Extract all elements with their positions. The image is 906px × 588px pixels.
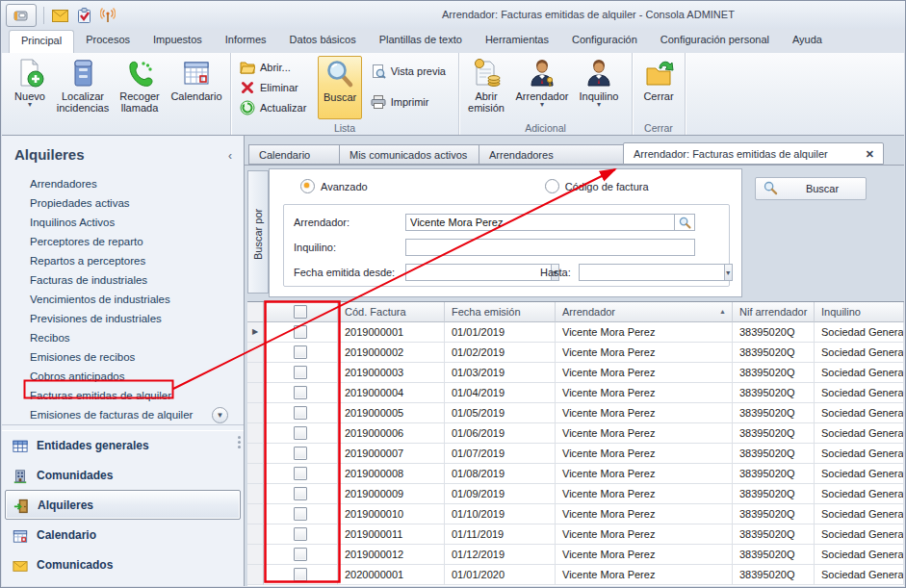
sidebar-item-arrendadores[interactable]: Arrendadores <box>2 174 244 193</box>
column-header-fecha-emision[interactable]: Fecha emisión <box>445 302 556 322</box>
sidebar-item-emisiones-de-recibos[interactable]: Emisiones de recibos <box>2 347 244 367</box>
row-checkbox[interactable] <box>294 568 307 581</box>
sidebar-item-emisiones-de-facturas-de-alquiler[interactable]: Emisiones de facturas de alquiler▼ <box>2 405 244 424</box>
row-checkbox[interactable] <box>294 345 307 359</box>
ribbon-tab-ayuda[interactable]: Ayuda <box>781 29 834 53</box>
row-indicator-cell <box>247 565 264 585</box>
column-header-inquilino[interactable]: Inquilino <box>815 302 904 322</box>
document-tab-arrendadores[interactable]: Arrendadores <box>479 144 624 165</box>
ribbon-tab-plantillas-de-texto[interactable]: Plantillas de texto <box>368 29 474 53</box>
table-row[interactable]: 201900000901/09/2019Vicente Mora Perez38… <box>247 484 904 504</box>
recoger-llamada-button[interactable]: Recoger llamada <box>113 56 167 117</box>
table-row[interactable]: 201900000501/05/2019Vicente Mora Perez38… <box>247 403 904 423</box>
sidebar-nav-alquileres[interactable]: Alquileres <box>5 490 241 520</box>
table-row[interactable]: 202000000101/01/2020Vicente Mora Perez38… <box>247 565 904 585</box>
table-row[interactable]: 201900000801/08/2019Vicente Mora Perez38… <box>247 464 904 484</box>
overflow-chevron-icon[interactable]: ▼ <box>212 407 228 423</box>
ribbon-tab-datos-basicos[interactable]: Datos básicos <box>278 29 368 53</box>
sidebar-item-cobros-anticipados[interactable]: Cobros anticipados <box>2 367 244 386</box>
row-checkbox[interactable] <box>294 447 307 460</box>
calendario-button[interactable]: Calendario <box>167 56 226 117</box>
document-tab-mis-comunicados-activos[interactable]: Mis comunicados activos <box>339 144 479 165</box>
document-tab-calendario[interactable]: Calendario <box>248 144 340 165</box>
broadcast-antenna-icon[interactable] <box>99 7 116 24</box>
row-checkbox[interactable] <box>294 366 307 379</box>
row-checkbox[interactable] <box>294 527 307 541</box>
sidebar-collapse-icon[interactable]: ‹ <box>228 149 232 163</box>
table-row[interactable]: 201900000601/06/2019Vicente Mora Perez38… <box>247 423 904 444</box>
abrir-button[interactable]: Abrir... <box>237 57 318 77</box>
sidebar-item-recibos[interactable]: Recibos <box>2 328 244 347</box>
inquilino-button[interactable]: Inquilino ▾ <box>573 56 625 117</box>
row-checkbox[interactable] <box>294 548 307 561</box>
localizar-incidencias-button[interactable]: Localizar incidencias <box>53 56 113 117</box>
vista-previa-button[interactable]: Vista previa <box>368 61 458 81</box>
row-checkbox[interactable] <box>294 487 307 500</box>
ribbon-tab-configuracion[interactable]: Configuración <box>560 29 649 53</box>
buscar-ribbon-button[interactable]: Buscar <box>318 56 361 119</box>
ribbon-tab-informes[interactable]: Informes <box>214 29 278 53</box>
table-row[interactable]: 201900001101/11/2019Vicente Mora Perez38… <box>247 524 904 545</box>
hasta-combo[interactable]: ▼ <box>579 264 704 281</box>
eliminar-button[interactable]: Eliminar <box>237 77 318 97</box>
sidebar-item-inquilinos-activos[interactable]: Inquilinos Activos <box>2 213 244 232</box>
chevron-down-icon: ▾ <box>597 102 601 108</box>
column-header-nif-arrendador[interactable]: Nif arrendador <box>733 302 815 322</box>
row-checkbox[interactable] <box>294 386 307 399</box>
row-checkbox[interactable] <box>294 406 307 420</box>
ribbon-tab-principal[interactable]: Principal <box>9 30 74 54</box>
select-all-header-cell[interactable] <box>264 302 338 322</box>
row-checkbox[interactable] <box>294 426 307 440</box>
chevron-down-icon[interactable]: ▼ <box>724 264 733 281</box>
hasta-input[interactable] <box>579 264 724 281</box>
nuevo-button[interactable]: Nuevo ▾ <box>7 56 53 117</box>
radio-avanzado[interactable]: Avanzado <box>300 179 368 193</box>
row-checkbox[interactable] <box>294 467 307 480</box>
cerrar-button[interactable]: Cerrar <box>635 56 682 117</box>
abrir-emision-button[interactable]: Abrir emisión <box>461 56 511 117</box>
inquilino-input[interactable] <box>405 239 695 256</box>
arrendador-button[interactable]: Arrendador ▾ <box>511 56 573 117</box>
sidebar-item-vencimientos-de-industriales[interactable]: Vencimientos de industriales <box>2 290 244 309</box>
mail-icon[interactable] <box>51 7 68 24</box>
close-tab-icon[interactable]: ✕ <box>866 148 874 164</box>
sidebar-item-repartos-a-perceptores[interactable]: Repartos a perceptores <box>2 251 244 270</box>
actualizar-button[interactable]: Actualizar <box>237 97 318 117</box>
column-header-cod-factura[interactable]: Cód. Factura <box>338 302 445 322</box>
column-header-arrendador[interactable]: Arrendador▲ <box>556 302 733 322</box>
arrendador-lookup-button[interactable] <box>674 214 695 231</box>
buscar-por-vertical-tab[interactable]: Buscar por <box>247 170 269 294</box>
table-row[interactable]: 201900001001/10/2019Vicente Mora Perez38… <box>247 504 904 524</box>
sidebar-item-previsiones-de-industriales[interactable]: Previsiones de industriales <box>2 309 244 328</box>
table-row[interactable]: 201900000301/03/2019Vicente Mora Perez38… <box>247 363 904 383</box>
radio-codigo-de-factura[interactable]: Código de factura <box>545 179 649 193</box>
application-menu-button[interactable] <box>6 4 37 27</box>
ribbon-tab-herramientas[interactable]: Herramientas <box>474 29 560 53</box>
sidebar-nav-calendario[interactable]: Calendario <box>2 520 244 550</box>
table-row[interactable]: 201900000701/07/2019Vicente Mora Perez38… <box>247 444 904 464</box>
row-checkbox[interactable] <box>294 325 307 339</box>
table-row[interactable]: 201900000401/04/2019Vicente Mora Perez38… <box>247 383 904 403</box>
ribbon-tab-procesos[interactable]: Procesos <box>74 29 142 53</box>
sidebar-nav-entidades-generales[interactable]: Entidades generales <box>2 430 244 460</box>
sidebar-item-facturas-emitidas-de-alquiler[interactable]: Facturas emitidas de alquiler <box>2 386 244 405</box>
row-checkbox[interactable] <box>294 507 307 521</box>
document-tab-arrendador-facturas-emitidas-de-alquiler[interactable]: Arrendador: Facturas emitidas de alquile… <box>623 142 884 165</box>
table-row[interactable]: 201900000201/02/2019Vicente Mora Perez38… <box>247 343 904 363</box>
arrendador-input[interactable] <box>405 214 674 231</box>
table-row[interactable]: ▶201900000101/01/2019Vicente Mora Perez3… <box>247 322 904 343</box>
tasks-clipboard-icon[interactable] <box>75 7 92 24</box>
buscar-button[interactable]: Buscar <box>755 177 867 200</box>
ribbon-tab-configuracion-personal[interactable]: Configuración personal <box>649 29 781 53</box>
sidebar-item-perceptores-de-reparto[interactable]: Perceptores de reparto <box>2 232 244 251</box>
sidebar-nav-comunidades[interactable]: Comunidades <box>2 460 244 490</box>
fecha-desde-input[interactable] <box>405 264 551 281</box>
table-row[interactable]: 201900001201/12/2019Vicente Mora Perez38… <box>247 545 904 565</box>
sidebar-nav-comunicados[interactable]: Comunicados <box>2 550 244 579</box>
sidebar-item-facturas-de-industriales[interactable]: Facturas de industriales <box>2 270 244 290</box>
sidebar-item-propiedades-activas[interactable]: Propiedades activas <box>2 193 244 213</box>
select-all-checkbox[interactable] <box>294 305 307 319</box>
ribbon-tab-impuestos[interactable]: Impuestos <box>142 29 214 53</box>
fecha-desde-combo[interactable]: ▼ <box>405 264 529 281</box>
imprimir-button[interactable]: Imprimir <box>368 91 458 112</box>
